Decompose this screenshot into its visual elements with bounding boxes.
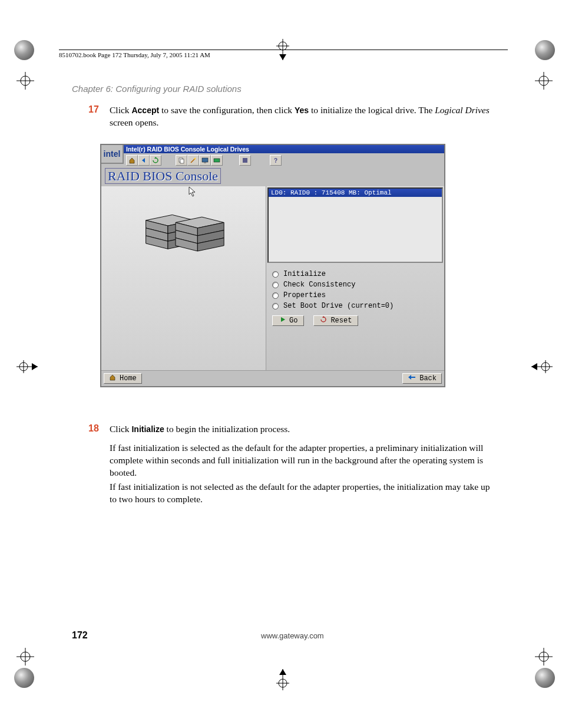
go-icon — [279, 316, 286, 325]
stop-toolbar-icon[interactable] — [239, 155, 251, 166]
toolbar: ? — [124, 153, 444, 167]
wand-toolbar-icon[interactable] — [187, 155, 199, 166]
monitor-toolbar-icon[interactable] — [199, 155, 211, 166]
option-properties[interactable]: Properties — [272, 290, 438, 301]
cursor-icon — [189, 186, 197, 199]
options-panel: Initialize Check Consistency Properties … — [266, 264, 444, 315]
svg-rect-29 — [180, 159, 184, 163]
chapter-title: Chapter 6: Configuring your RAID solutio… — [72, 84, 242, 94]
drive-toolbar-icon[interactable] — [211, 155, 223, 166]
registration-mark-icon — [534, 647, 554, 667]
crop-arrow-icon — [530, 355, 554, 378]
logical-drive-row[interactable]: LD0: RAID0 : 715408 MB: Optimal — [269, 189, 442, 197]
back-arrow-icon — [408, 374, 416, 383]
crop-arrow-icon — [15, 355, 39, 378]
drives-illustration-icon — [143, 197, 225, 256]
help-toolbar-icon[interactable]: ? — [270, 155, 282, 166]
left-pane — [101, 186, 266, 370]
page-number: 172 — [72, 630, 88, 641]
embedded-screenshot: intel Intel(r) RAID BIOS Console Logical… — [100, 144, 445, 387]
refresh-toolbar-icon[interactable] — [150, 155, 161, 166]
page-footer: 172 www.gateway.com — [72, 630, 497, 641]
step-body: Click Initialize to begin the initializa… — [110, 423, 497, 436]
radio-icon[interactable] — [272, 282, 279, 288]
step-body: Click Accept to save the configuration, … — [110, 104, 497, 129]
home-button[interactable]: Home — [104, 373, 142, 384]
svg-marker-25 — [279, 669, 286, 675]
svg-point-31 — [194, 158, 196, 160]
logical-drive-list[interactable]: LD0: RAID0 : 715408 MB: Optimal — [267, 187, 443, 263]
crop-sphere-br — [535, 668, 555, 688]
step-number: 18 — [88, 423, 99, 434]
copy-toolbar-icon[interactable] — [176, 155, 187, 166]
radio-icon[interactable] — [272, 303, 279, 309]
svg-marker-17 — [531, 363, 537, 370]
step-17: 17 Click Accept to save the configuratio… — [88, 104, 497, 129]
home-icon — [109, 374, 116, 383]
svg-rect-32 — [202, 158, 208, 162]
svg-text:?: ? — [274, 157, 277, 164]
back-button[interactable]: Back — [402, 373, 442, 384]
paragraph-slow-init: If fast initialization is not selected a… — [110, 481, 497, 506]
registration-mark-icon — [15, 647, 35, 667]
svg-rect-33 — [204, 162, 206, 163]
back-toolbar-icon[interactable] — [138, 155, 150, 166]
reset-button[interactable]: Reset — [313, 315, 358, 326]
svg-rect-34 — [214, 159, 220, 162]
reset-icon — [320, 316, 327, 325]
registration-mark-icon — [15, 71, 35, 91]
paragraph-fast-init: If fast initialization is selected as th… — [110, 442, 497, 479]
window-title: Intel(r) RAID BIOS Console Logical Drive… — [124, 145, 444, 153]
console-heading: RAID BIOS Console — [101, 167, 444, 186]
crop-sphere-tl — [14, 40, 34, 60]
crop-arrow-icon — [271, 668, 295, 691]
registration-mark-icon — [534, 71, 554, 91]
svg-rect-35 — [243, 158, 247, 163]
svg-marker-13 — [32, 363, 38, 370]
running-header: 8510702.book Page 172 Thursday, July 7, … — [59, 50, 508, 59]
home-toolbar-icon[interactable] — [126, 155, 138, 166]
step-18: 18 Click Initialize to begin the initial… — [88, 423, 497, 436]
radio-icon[interactable] — [272, 271, 279, 278]
intel-logo: intel — [101, 145, 124, 164]
footer-url: www.gateway.com — [88, 631, 497, 640]
crop-sphere-tr — [535, 40, 555, 60]
option-initialize[interactable]: Initialize — [272, 269, 438, 279]
crop-sphere-bl — [14, 668, 34, 688]
radio-icon[interactable] — [272, 292, 279, 299]
step-number: 17 — [88, 104, 99, 115]
option-check-consistency[interactable]: Check Consistency — [272, 279, 438, 290]
option-set-boot-drive[interactable]: Set Boot Drive (current=0) — [272, 301, 438, 311]
go-button[interactable]: Go — [272, 315, 304, 326]
